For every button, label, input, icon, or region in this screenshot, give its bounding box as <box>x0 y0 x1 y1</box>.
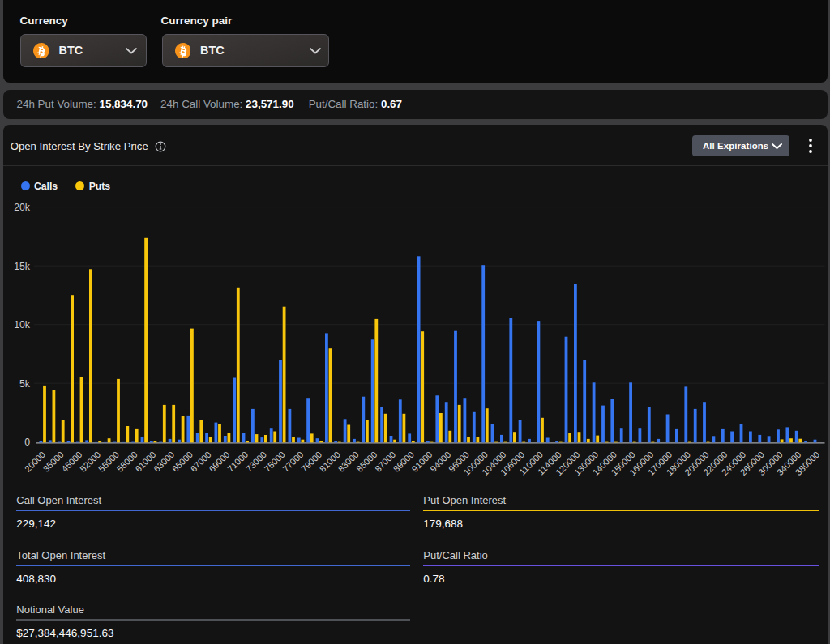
svg-text:0: 0 <box>24 437 30 448</box>
svg-text:10k: 10k <box>14 319 31 331</box>
svg-text:20k: 20k <box>14 202 31 213</box>
svg-text:15k: 15k <box>14 261 31 272</box>
svg-text:5k: 5k <box>19 378 31 390</box>
